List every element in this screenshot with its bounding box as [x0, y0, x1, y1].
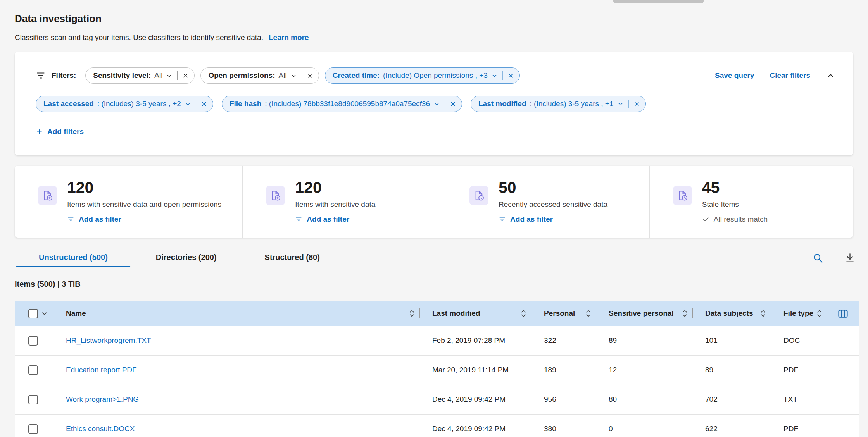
cell-sensitive-personal: 12	[596, 356, 693, 385]
column-header-name[interactable]: Name	[53, 301, 420, 326]
tab-directories[interactable]: Directories (200)	[132, 248, 241, 267]
funnel-icon	[499, 215, 506, 223]
clear-filters-button[interactable]: Clear filters	[770, 71, 810, 80]
filter-pill-created-time[interactable]: Created time: (Include) Open permissions…	[325, 67, 520, 84]
tab-label: Structured (80)	[265, 253, 320, 262]
save-query-button[interactable]: Save query	[715, 71, 754, 80]
chevron-down-icon[interactable]	[290, 72, 297, 79]
file-name-link[interactable]: Work program>1.PNG	[66, 395, 139, 404]
remove-filter-icon[interactable]	[201, 101, 207, 107]
file-name-link[interactable]: HR_Listworkprogrem.TXT	[66, 336, 151, 345]
remove-filter-icon[interactable]	[633, 101, 640, 107]
remove-filter-icon[interactable]	[182, 72, 189, 79]
cell-last-modified: Dec 4, 2019 09:42 PM	[420, 415, 531, 437]
chevron-down-icon[interactable]	[491, 72, 498, 79]
cell-data-subjects: 622	[693, 415, 771, 437]
chevron-down-icon[interactable]	[433, 101, 440, 107]
filter-pill-label: Sensitivity level:	[93, 71, 151, 80]
file-name-link[interactable]: Ethics consult.DOCX	[66, 425, 135, 433]
sort-arrows-icon[interactable]	[409, 309, 414, 318]
pill-divider	[177, 71, 178, 80]
select-all-checkbox[interactable]	[28, 309, 38, 318]
add-as-filter-label: Add as filter	[79, 215, 121, 224]
remove-filter-icon[interactable]	[507, 72, 514, 79]
column-label: Personal	[544, 309, 575, 318]
cell-data-subjects: 101	[693, 326, 771, 355]
cell-data-subjects: 702	[693, 385, 771, 414]
stat-label: Recently accessed sensitive data	[499, 200, 607, 209]
cell-data-subjects: 89	[693, 356, 771, 385]
cell-last-modified: Dec 4, 2019 09:42 PM	[420, 385, 531, 414]
download-icon[interactable]	[844, 252, 856, 263]
tab-unstructured[interactable]: Unstructured (500)	[15, 248, 132, 267]
filter-actions: Save query Clear filters	[715, 71, 835, 81]
horizontal-scrollbar-thumb[interactable]	[613, 0, 704, 3]
column-label: File type	[783, 309, 813, 318]
column-header-data-subjects[interactable]: Data subjects	[693, 301, 771, 326]
add-as-filter-button[interactable]: Add as filter	[67, 215, 121, 224]
page-title: Data investigation	[15, 13, 853, 24]
results-tabs-row: Unstructured (500) Directories (200) Str…	[15, 248, 853, 267]
stat-value: 45	[702, 178, 768, 197]
row-checkbox[interactable]	[28, 395, 38, 404]
row-checkbox[interactable]	[28, 365, 38, 375]
data-investigation-page: Data investigation Classifiers scan and …	[0, 0, 868, 437]
column-header-sensitive-personal[interactable]: Sensitive personal	[596, 301, 693, 326]
stat-label: Stale Items	[702, 200, 768, 209]
add-filters-button[interactable]: Add filters	[36, 127, 84, 136]
funnel-icon	[295, 215, 302, 223]
cell-last-modified: Mar 20, 2019 11:14 PM	[420, 356, 531, 385]
cell-sensitive-personal: 80	[596, 385, 693, 414]
tab-structured[interactable]: Structured (80)	[241, 248, 344, 267]
chevron-down-icon[interactable]	[166, 72, 173, 79]
items-table: Name Last modified Personal Sensitive pe…	[15, 301, 859, 437]
table-header: Name Last modified Personal Sensitive pe…	[15, 301, 859, 326]
column-header-last-modified[interactable]: Last modified	[420, 301, 531, 326]
filter-pill-label: Last accessed	[43, 100, 94, 108]
tab-list: Unstructured (500) Directories (200) Str…	[15, 248, 787, 267]
pill-divider	[502, 71, 503, 80]
add-as-filter-button[interactable]: Add as filter	[295, 215, 349, 224]
filter-pill-label: File hash	[230, 100, 261, 108]
filter-pill-value: : (Includes) 78bb33f1e8d9006595b874a0a75…	[265, 100, 430, 108]
file-name-link[interactable]: Education report.PDF	[66, 366, 137, 374]
column-header-file-type[interactable]: File type	[771, 301, 827, 326]
remove-filter-icon[interactable]	[450, 101, 456, 107]
filter-pill-last-modified[interactable]: Last modified : (Includes) 3-5 years , +…	[471, 96, 645, 112]
cell-last-modified: Feb 2, 2019 07:28 PM	[420, 326, 531, 355]
sort-arrows-icon[interactable]	[817, 309, 822, 318]
tab-label: Directories (200)	[156, 253, 217, 262]
add-filters-label: Add filters	[47, 127, 84, 136]
stats-panel: 120 Items with sensitive data and open p…	[15, 166, 853, 238]
chevron-down-icon[interactable]	[185, 101, 191, 107]
row-checkbox[interactable]	[28, 424, 38, 434]
filter-pill-file-hash[interactable]: File hash : (Includes) 78bb33f1e8d900659…	[222, 96, 462, 112]
pill-divider	[196, 100, 196, 108]
column-label: Name	[66, 309, 86, 318]
row-checkbox[interactable]	[28, 336, 38, 346]
sort-arrows-icon[interactable]	[761, 309, 766, 318]
caret-down-icon[interactable]	[41, 311, 47, 317]
learn-more-link[interactable]: Learn more	[269, 33, 309, 41]
chevron-down-icon[interactable]	[617, 101, 624, 107]
sort-arrows-icon[interactable]	[682, 309, 687, 318]
column-label: Last modified	[432, 309, 480, 318]
filter-pill-value: All	[279, 71, 287, 80]
column-header-personal[interactable]: Personal	[531, 301, 596, 326]
stat-card-sensitive-data: 120 Items with sensitive data Add as fil…	[243, 166, 446, 238]
filter-pill-label: Open permissions:	[208, 71, 275, 80]
cell-personal: 380	[531, 415, 596, 437]
sort-arrows-icon[interactable]	[521, 309, 526, 318]
remove-filter-icon[interactable]	[307, 72, 313, 79]
stat-card-recently-accessed: 50 Recently accessed sensitive data Add …	[446, 166, 650, 238]
chevron-up-icon[interactable]	[826, 71, 835, 81]
filter-pill-open-permissions[interactable]: Open permissions: All	[200, 67, 319, 84]
column-options-icon[interactable]	[837, 308, 849, 319]
add-as-filter-button[interactable]: Add as filter	[499, 215, 553, 224]
filter-pill-sensitivity-level[interactable]: Sensitivity level: All	[85, 67, 195, 84]
cell-sensitive-personal: 89	[596, 326, 693, 355]
search-icon[interactable]	[812, 252, 823, 263]
filters-label: Filters:	[52, 71, 76, 80]
filter-pill-last-accessed[interactable]: Last accessed : (Includes) 3-5 years , +…	[36, 96, 213, 112]
sort-arrows-icon[interactable]	[586, 309, 591, 318]
